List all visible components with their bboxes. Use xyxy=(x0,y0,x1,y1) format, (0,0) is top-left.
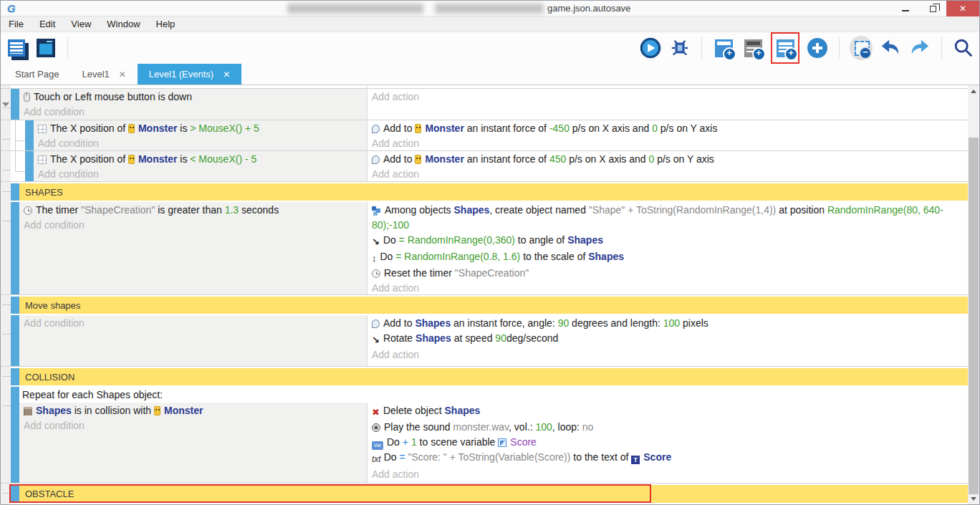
redo-icon[interactable] xyxy=(908,36,931,60)
scene-editor-icon[interactable] xyxy=(34,36,57,60)
add-condition-button[interactable]: Add condition xyxy=(38,167,364,181)
deselect-icon[interactable] xyxy=(850,36,873,60)
project-manager-icon[interactable] xyxy=(5,36,28,60)
condition-line[interactable]: Touch or Left mouse button is down xyxy=(24,90,364,105)
action-line[interactable]: Rotate Shapes at speed 90deg/second xyxy=(372,331,965,347)
sub-event-row[interactable]: The X position of Monster is < MouseX() … xyxy=(1,151,968,182)
add-action-button[interactable]: Add action xyxy=(372,347,965,362)
action-line[interactable]: Delete object Shapes xyxy=(372,403,965,420)
actions-cell[interactable]: Add to Monster an instant force of -450 … xyxy=(367,120,968,150)
add-condition-button[interactable]: Add condition xyxy=(24,418,364,433)
comment-bar[interactable]: OBSTACLE xyxy=(19,485,968,503)
menu-view[interactable]: View xyxy=(63,16,99,32)
for-each-event-row[interactable]: Repeat for each Shapes object: Shapes is… xyxy=(1,387,968,484)
action-line[interactable]: Do = RandomInRange(0,360) to angle of Sh… xyxy=(372,233,965,249)
actions-cell[interactable]: Among objects Shapes, create object name… xyxy=(367,202,968,294)
action-line[interactable]: Add to Shapes an instant force, angle: 9… xyxy=(372,316,965,331)
conditions-cell[interactable]: Touch or Left mouse button is down Add c… xyxy=(19,89,367,120)
action-line[interactable]: Reset the timer "ShapeCreation" xyxy=(372,266,965,281)
comment-row[interactable]: COLLISION xyxy=(1,367,968,387)
window-title: game.json.autosave xyxy=(547,3,630,14)
restore-button[interactable] xyxy=(919,1,946,16)
actions-cell[interactable]: Add to Monster an instant force of 450 p… xyxy=(367,151,968,181)
condition-line[interactable]: The X position of Monster is > MouseX() … xyxy=(38,121,364,136)
action-line[interactable]: Play the sound monster.wav, vol.: 100, l… xyxy=(372,420,965,435)
event-selection-bar[interactable] xyxy=(25,120,34,150)
conditions-cell[interactable]: The X position of Monster is > MouseX() … xyxy=(34,120,367,150)
add-action-button[interactable]: Add action xyxy=(372,90,965,105)
event-selection-bar[interactable] xyxy=(11,297,19,314)
condition-line[interactable]: Shapes is in collision with Monster xyxy=(24,403,364,418)
menu-edit[interactable]: Edit xyxy=(32,16,63,32)
event-selection-bar[interactable] xyxy=(11,485,19,503)
actions-cell[interactable]: Add to Shapes an instant force, angle: 9… xyxy=(367,315,968,366)
text-segment: 450 xyxy=(549,153,566,165)
comment-bar[interactable]: SHAPES xyxy=(19,183,968,201)
conditions-cell[interactable]: Shapes is in collision with Monster Add … xyxy=(19,403,367,483)
minimize-button[interactable] xyxy=(892,1,919,16)
add-condition-button[interactable]: Add condition xyxy=(38,136,364,150)
for-each-header[interactable]: Repeat for each Shapes object: xyxy=(19,387,968,403)
tab-level1[interactable]: Level1 ✕ xyxy=(70,64,137,85)
add-condition-button[interactable]: Add condition xyxy=(24,316,364,331)
add-event-icon[interactable] xyxy=(712,36,735,60)
add-condition-button[interactable]: Add condition xyxy=(24,218,364,233)
action-line[interactable]: Do = RandomInRange(0.8, 1.6) to the scal… xyxy=(372,249,965,266)
tab-start-page[interactable]: Start Page xyxy=(4,64,70,85)
scrollbar-thumb[interactable] xyxy=(969,138,979,494)
play-icon[interactable] xyxy=(639,36,662,60)
event-selection-bar[interactable] xyxy=(11,183,19,201)
actions-cell[interactable]: Delete object Shapes Play the sound mons… xyxy=(367,403,968,483)
add-action-button[interactable]: Add action xyxy=(372,167,965,181)
action-line[interactable]: Among objects Shapes, create object name… xyxy=(372,203,965,233)
conditions-cell[interactable]: The timer "ShapeCreation" is greater tha… xyxy=(19,202,367,294)
menu-window[interactable]: Window xyxy=(99,16,148,32)
add-condition-button[interactable]: Add condition xyxy=(24,105,364,120)
tab-close-icon[interactable]: ✕ xyxy=(119,69,126,80)
event-selection-bar[interactable] xyxy=(11,89,19,120)
add-new-glyph xyxy=(807,38,827,58)
vertical-scrollbar[interactable] xyxy=(968,85,979,504)
menu-file[interactable]: File xyxy=(1,16,32,32)
add-action-button[interactable]: Add action xyxy=(372,136,965,150)
expander-icon[interactable] xyxy=(2,102,9,107)
comment-bar[interactable]: Move shapes xyxy=(19,297,968,314)
menu-help[interactable]: Help xyxy=(148,16,183,32)
add-action-button[interactable]: Add action xyxy=(372,467,965,482)
event-selection-bar[interactable] xyxy=(11,387,19,483)
sub-event-row[interactable]: The X position of Monster is > MouseX() … xyxy=(1,120,968,151)
event-row[interactable]: Add condition Add to Shapes an instant f… xyxy=(1,315,968,367)
comment-row-obstacle[interactable]: OBSTACLE xyxy=(1,484,968,504)
add-action-button[interactable]: Add action xyxy=(372,281,965,294)
scroll-up-button[interactable] xyxy=(968,85,979,97)
action-line[interactable]: Do + 1 to scene variable Score xyxy=(372,435,965,450)
conditions-cell[interactable]: Add condition xyxy=(19,315,367,366)
event-row[interactable]: The timer "ShapeCreation" is greater tha… xyxy=(1,202,968,295)
comment-row[interactable]: Move shapes xyxy=(1,295,968,315)
condition-line[interactable]: The timer "ShapeCreation" is greater tha… xyxy=(24,203,364,218)
event-selection-bar[interactable] xyxy=(25,151,34,181)
tab-level1-events[interactable]: Level1 (Events) ✕ xyxy=(138,64,241,85)
add-new-icon[interactable] xyxy=(806,36,829,60)
actions-cell[interactable]: Add action xyxy=(367,89,968,120)
add-comment-icon[interactable] xyxy=(741,36,764,60)
scrollbar-track[interactable] xyxy=(968,97,979,493)
event-selection-bar[interactable] xyxy=(11,315,19,366)
conditions-cell[interactable]: The X position of Monster is < MouseX() … xyxy=(34,151,367,181)
tab-close-icon[interactable]: ✕ xyxy=(223,69,230,80)
undo-icon[interactable] xyxy=(879,36,902,60)
close-button[interactable]: ✕ xyxy=(946,1,979,16)
action-line[interactable]: Do = "Score: " + ToString(Variable(Score… xyxy=(372,450,965,467)
comment-bar[interactable]: COLLISION xyxy=(19,368,968,385)
action-line[interactable]: Add to Monster an instant force of -450 … xyxy=(372,121,965,136)
event-selection-bar[interactable] xyxy=(11,202,19,294)
debug-icon[interactable] xyxy=(668,36,691,60)
event-row[interactable]: Touch or Left mouse button is down Add c… xyxy=(1,89,968,120)
condition-line[interactable]: The X position of Monster is < MouseX() … xyxy=(38,152,364,167)
add-subevent-icon[interactable] xyxy=(775,36,795,60)
event-selection-bar[interactable] xyxy=(11,368,19,385)
search-icon[interactable] xyxy=(952,36,975,60)
comment-row[interactable]: SHAPES xyxy=(1,182,968,202)
scroll-down-button[interactable] xyxy=(968,493,979,504)
action-line[interactable]: Add to Monster an instant force of 450 p… xyxy=(372,152,965,167)
